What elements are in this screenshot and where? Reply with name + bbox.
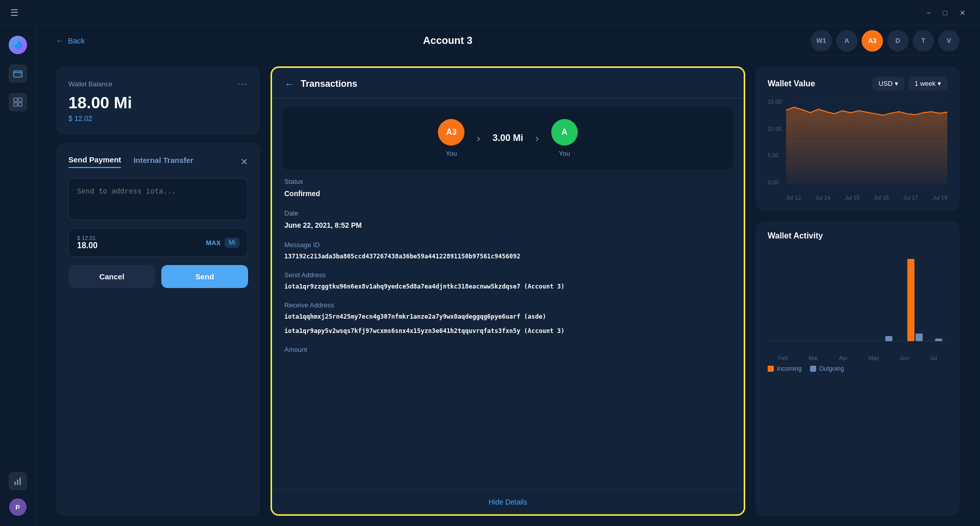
account-tab-a3[interactable]: A3 bbox=[862, 30, 883, 52]
flow-to: A You bbox=[551, 119, 578, 157]
wallet-value-card: Wallet Value USD ▾ 1 week ▾ 1 bbox=[755, 66, 960, 211]
transaction-card: ← Transactions A3 You › 3.00 Mi › A You bbox=[271, 66, 745, 516]
tx-receive-address-1: iota1qqhmxj25rn425my7ecn4g307nfmkr1anze2… bbox=[284, 312, 731, 321]
sidebar-item-wallet[interactable] bbox=[9, 64, 27, 83]
header: ← Back Account 3 W1 A A3 D T V bbox=[36, 26, 980, 56]
account-tab-v[interactable]: V bbox=[938, 30, 960, 52]
transaction-header: ← Transactions bbox=[272, 68, 744, 99]
hide-details-button[interactable]: Hide Details bbox=[272, 489, 744, 514]
outgoing-dot bbox=[810, 366, 816, 372]
back-label: Back bbox=[68, 36, 85, 45]
activity-legend: Incoming Outgoing bbox=[768, 365, 947, 372]
wallet-amount: 18.00 Mi bbox=[68, 93, 248, 112]
wallet-activity-title: Wallet Activity bbox=[768, 231, 947, 241]
amount-row: $ 12.01 18.00 MAX Mi bbox=[68, 228, 248, 257]
tx-status-value: Confirmed bbox=[284, 188, 731, 199]
svg-rect-16 bbox=[935, 339, 942, 341]
tx-message-id-label: Message ID bbox=[284, 241, 731, 249]
svg-rect-13 bbox=[885, 336, 892, 341]
account-tab-w1[interactable]: W1 bbox=[811, 30, 832, 52]
outgoing-label: Outgoing bbox=[819, 365, 844, 372]
account-tab-d[interactable]: D bbox=[887, 30, 909, 52]
transaction-back-button[interactable]: ← bbox=[284, 78, 295, 90]
amount-mi-value: 18.00 bbox=[77, 241, 206, 250]
minimize-button[interactable]: − bbox=[922, 7, 935, 19]
wallet-value-header: Wallet Value USD ▾ 1 week ▾ bbox=[768, 77, 947, 90]
wallet-activity-card: Wallet Activity bbox=[755, 221, 960, 516]
send-payment-tab[interactable]: Send Payment bbox=[68, 155, 121, 168]
flow-amount: 3.00 Mi bbox=[493, 133, 523, 144]
sidebar: 🔷 P bbox=[0, 26, 36, 526]
svg-rect-7 bbox=[19, 477, 21, 485]
wallet-activity-chart: Feb Mar Apr May Jun Jul bbox=[768, 249, 947, 361]
back-button[interactable]: ← Back bbox=[56, 36, 85, 45]
tx-date-value: June 22, 2021, 8:52 PM bbox=[284, 220, 731, 231]
back-arrow-icon: ← bbox=[56, 36, 64, 45]
transaction-body: Status Confirmed Date June 22, 2021, 8:5… bbox=[272, 178, 744, 489]
flow-from: A3 You bbox=[438, 119, 464, 157]
right-panel: Wallet Value USD ▾ 1 week ▾ 1 bbox=[755, 66, 960, 516]
tx-date-field: Date June 22, 2021, 8:52 PM bbox=[284, 209, 731, 231]
send-payment-tabs: Send Payment Internal Transfer ✕ bbox=[68, 155, 248, 168]
svg-rect-14 bbox=[908, 259, 915, 341]
action-row: Cancel Send bbox=[68, 265, 248, 288]
menu-icon[interactable]: ☰ bbox=[10, 7, 18, 18]
svg-rect-2 bbox=[18, 98, 22, 102]
sidebar-logo[interactable]: 🔷 bbox=[9, 36, 27, 54]
tx-amount-label: Amount bbox=[284, 346, 731, 353]
svg-rect-0 bbox=[14, 71, 22, 77]
account-tab-t[interactable]: T bbox=[913, 30, 934, 52]
to-label: You bbox=[559, 150, 570, 157]
outgoing-legend: Outgoing bbox=[810, 365, 844, 372]
wallet-more-button[interactable]: ··· bbox=[237, 79, 248, 89]
currency-select[interactable]: USD ▾ bbox=[872, 77, 904, 90]
wallet-usd: $ 12.02 bbox=[68, 114, 248, 123]
maximize-button[interactable]: □ bbox=[939, 7, 951, 19]
tx-send-address-value: iota1qr9zzggtku96n6ex8v1ahq9yedce5d8a7ea… bbox=[284, 282, 731, 291]
send-button[interactable]: Send bbox=[161, 265, 248, 288]
close-button[interactable]: ✕ bbox=[955, 7, 970, 19]
max-button[interactable]: MAX bbox=[206, 239, 220, 247]
account-tabs: W1 A A3 D T V bbox=[811, 30, 960, 52]
incoming-label: Incoming bbox=[777, 365, 802, 372]
wallet-value-title: Wallet Value bbox=[768, 79, 815, 88]
address-input[interactable] bbox=[68, 178, 248, 220]
tx-send-address-field: Send Address iota1qr9zzggtku96n6ex8v1ahq… bbox=[284, 271, 731, 291]
svg-rect-3 bbox=[14, 103, 17, 106]
timeframe-select[interactable]: 1 week ▾ bbox=[909, 77, 947, 90]
to-avatar-circle: A bbox=[551, 119, 578, 146]
tx-status-label: Status bbox=[284, 178, 731, 185]
internal-transfer-tab[interactable]: Internal Transfer bbox=[133, 156, 193, 168]
sidebar-item-analytics[interactable] bbox=[9, 472, 27, 490]
tx-message-id-field: Message ID 137192c213ada3ba805ccd4372674… bbox=[284, 241, 731, 261]
center-panel: ← Transactions A3 You › 3.00 Mi › A You bbox=[271, 66, 745, 516]
svg-rect-15 bbox=[916, 333, 923, 341]
tx-receive-address-field: Receive Address iota1qqhmxj25rn425my7ecn… bbox=[284, 301, 731, 336]
account-tab-a[interactable]: A bbox=[836, 30, 857, 52]
svg-rect-6 bbox=[17, 480, 18, 485]
value-chart-svg bbox=[786, 99, 947, 184]
from-avatar-circle: A3 bbox=[438, 119, 464, 146]
main-content: ← Back Account 3 W1 A A3 D T V Wallet Ba… bbox=[36, 26, 980, 526]
mi-badge: Mi bbox=[225, 237, 239, 248]
user-avatar[interactable]: P bbox=[9, 498, 27, 516]
wallet-balance-card: Wallet Balance ··· 18.00 Mi $ 12.02 bbox=[56, 66, 260, 135]
transactions-title: Transactions bbox=[301, 79, 357, 89]
sidebar-item-grid[interactable] bbox=[9, 93, 27, 111]
flow-arrow-icon: › bbox=[477, 132, 480, 144]
activity-x-labels: Feb Mar Apr May Jun Jul bbox=[768, 355, 947, 361]
flow-arrow-icon-2: › bbox=[535, 132, 539, 144]
left-panel: Wallet Balance ··· 18.00 Mi $ 12.02 Send… bbox=[56, 66, 260, 516]
wallet-value-chart: 15.00 10.00 5.00 0.00 bbox=[768, 99, 947, 201]
page-title: Account 3 bbox=[85, 35, 811, 46]
close-send-payment-button[interactable]: ✕ bbox=[240, 156, 248, 168]
tx-message-id-value: 137192c213ada3ba805ccd437267438a36be59a4… bbox=[284, 252, 731, 261]
tx-amount-field: Amount bbox=[284, 346, 731, 353]
cancel-button[interactable]: Cancel bbox=[68, 265, 155, 288]
send-payment-card: Send Payment Internal Transfer ✕ $ 12.01… bbox=[56, 143, 260, 516]
wallet-value-controls: USD ▾ 1 week ▾ bbox=[872, 77, 947, 90]
activity-chart-svg bbox=[768, 249, 947, 346]
tx-status-field: Status Confirmed bbox=[284, 178, 731, 199]
svg-rect-5 bbox=[14, 482, 16, 485]
topbar: ☰ − □ ✕ bbox=[0, 0, 980, 26]
